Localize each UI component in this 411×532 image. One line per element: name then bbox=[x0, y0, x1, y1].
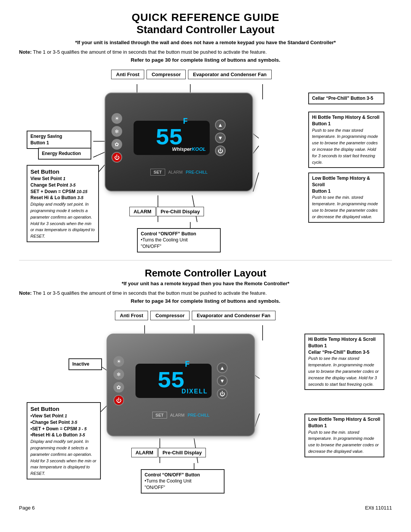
display-panel: 55 F WhisperKOOL bbox=[134, 121, 210, 155]
remote-set-down: •SET + Down = CPSM 3 - 5 bbox=[30, 426, 87, 431]
remote-set-button-desc: Display and modify set point. In program… bbox=[30, 439, 96, 476]
main-title: QUICK REFERENCE GUIDE Standard Controlle… bbox=[19, 11, 392, 36]
remote-power-icon: ⏻ bbox=[113, 395, 124, 406]
alarm-indicator: ALARM bbox=[168, 170, 183, 174]
lo-bottle-desc: Push to see the min. stored temperature.… bbox=[312, 195, 378, 219]
label-anti-frost: Anti Frost bbox=[111, 70, 144, 79]
svg-line-11 bbox=[253, 173, 259, 192]
page-wrapper: QUICK REFERENCE GUIDE Standard Controlle… bbox=[19, 11, 392, 511]
remote-temp-unit: F bbox=[185, 360, 190, 369]
remote-down-btn: ▼ bbox=[217, 375, 228, 386]
hi-bottle-callout: Hi Bottle Temp History & Scroll Button 1… bbox=[308, 112, 384, 168]
power-icon: ⏻ bbox=[112, 152, 122, 163]
up-btn: ▲ bbox=[215, 120, 226, 130]
down-btn: ▼ bbox=[215, 133, 226, 143]
cellar-pre-chill-callout: Cellar “Pre-Chill” Button 3-5 bbox=[308, 93, 384, 104]
remote-onoff-btn: ⏻ bbox=[217, 388, 228, 399]
remote-label-pre-chill: Pre-Chill Display bbox=[158, 448, 206, 457]
remote-bottom-labels: ALARM Pre-Chill Display bbox=[131, 448, 206, 457]
standard-top-labels: Anti Frost Compressor Evaporator and Con… bbox=[110, 70, 272, 79]
remote-star-icon: ✿ bbox=[113, 382, 124, 393]
svg-line-21 bbox=[254, 414, 260, 429]
remote-hi-bottle-desc: Push to see the max stored temperature. … bbox=[308, 356, 379, 386]
footer-right: EXti 110111 bbox=[365, 505, 392, 511]
remote-up-btn: ▲ bbox=[217, 363, 228, 373]
remote-lo-bottle-desc: Push to see the min. stored temperature.… bbox=[308, 430, 379, 454]
remote-alarm-label: ALARM bbox=[170, 413, 185, 417]
title-standard: Standard Controller Layout bbox=[19, 24, 392, 36]
remote-label-evap-fan: Evaporator and Condenser Fan bbox=[192, 311, 276, 320]
remote-brand-label: DIXELL bbox=[182, 388, 208, 395]
reset-hi-lo: Reset Hi & Lo Button 3-5 bbox=[30, 195, 83, 200]
note1: Note: The 1 or 3-5 qualifies the amount … bbox=[19, 49, 392, 55]
standard-controller: ☀ ❄ ✿ ⏻ 55 F WhisperKOOL bbox=[105, 93, 253, 192]
remote-top-labels: Anti Frost Compressor Evaporator and Con… bbox=[114, 311, 276, 320]
set-button-label: SET bbox=[150, 169, 165, 176]
svg-line-10 bbox=[253, 146, 259, 153]
energy-saving-callout: Energy Saving Button 1 bbox=[27, 131, 91, 149]
remote-label-anti-frost: Anti Frost bbox=[115, 311, 148, 320]
brand-label: WhisperKOOL bbox=[172, 146, 206, 152]
remote-label-alarm: ALARM bbox=[131, 448, 158, 457]
label-evap-fan: Evaporator and Condenser Fan bbox=[188, 70, 272, 79]
standard-bottom-labels: ALARM Pre-Chill Display bbox=[129, 207, 204, 216]
remote-lo-bottle-callout: Low Bottle Temp History & Scroll Button … bbox=[304, 414, 384, 457]
set-button-callout: Set Button View Set Point 1 Change Set P… bbox=[27, 165, 99, 242]
control-onoff-callout: Control “ON/OFF” Button •Turns the Cooli… bbox=[137, 228, 221, 252]
inactive-callout: Inactive bbox=[68, 358, 102, 370]
remote-set-button-title: Set Button bbox=[30, 406, 59, 412]
remote-temp-display: 55 bbox=[157, 367, 184, 395]
remote-reset-hi-lo: •Reset Hi & Lo Button 3-5 bbox=[30, 432, 85, 438]
note2: Note: The 1 or 3-5 qualifies the amount … bbox=[19, 290, 392, 296]
svg-line-20 bbox=[254, 375, 260, 379]
remote-change-set: •Change Set Point 3-5 bbox=[30, 420, 77, 425]
section-divider bbox=[19, 260, 392, 260]
hi-bottle-desc: Push to see the max stored temperature. … bbox=[312, 128, 378, 165]
remote-controller: ☀ ❄ ✿ ⏻ 55 F DIXELL ▲ bbox=[107, 334, 255, 436]
temp-unit: F bbox=[183, 117, 188, 126]
page-footer: Page 6 EXti 110111 bbox=[19, 505, 392, 511]
refer2: Refer to page 34 for complete listing of… bbox=[19, 298, 392, 304]
standard-diagram: Anti Frost Compressor Evaporator and Con… bbox=[19, 70, 392, 256]
lo-bottle-callout: Low Bottle Temp History & Scroll Button … bbox=[308, 173, 384, 223]
star-icon: ✿ bbox=[112, 139, 122, 150]
onoff-btn: ⏻ bbox=[215, 145, 226, 156]
set-button-title: Set Button bbox=[30, 168, 59, 175]
remote-snowflake-icon: ❄ bbox=[113, 369, 124, 380]
remote-label-compressor: Compressor bbox=[150, 311, 190, 320]
remote-subtitle: *If your unit has a remote keypad then y… bbox=[19, 281, 392, 286]
pre-chill-indicator: PRE-CHILL bbox=[186, 170, 207, 174]
change-set-point: Change Set Point 3-5 bbox=[30, 182, 76, 188]
view-set-point: View Set Point 1 bbox=[30, 176, 65, 181]
snowflake-icon: ❄ bbox=[112, 126, 122, 137]
set-button-desc: Display and modify set point. In program… bbox=[30, 202, 95, 238]
title-qrg: QUICK REFERENCE GUIDE bbox=[19, 11, 392, 24]
refer1: Refer to page 30 for complete listing of… bbox=[19, 57, 392, 63]
remote-sun-icon: ☀ bbox=[113, 356, 124, 367]
remote-set-label: SET bbox=[152, 412, 167, 419]
remote-title: Remote Controller Layout bbox=[19, 267, 392, 279]
label-pre-chill-display: Pre-Chill Display bbox=[156, 207, 204, 216]
remote-set-button-callout: Set Button •View Set Point 1 •Change Set… bbox=[27, 402, 101, 479]
label-compressor: Compressor bbox=[147, 70, 186, 79]
label-alarm: ALARM bbox=[129, 207, 156, 216]
remote-display-panel: 55 F DIXELL bbox=[135, 364, 212, 398]
footer-left: Page 6 bbox=[19, 505, 35, 511]
subtitle-standard: *If your unit is installed through the w… bbox=[19, 40, 392, 45]
remote-diagram: Anti Frost Compressor Evaporator and Con… bbox=[19, 311, 392, 497]
remote-control-onoff-callout: Control “ON/OFF” Button •Turns the Cooli… bbox=[141, 469, 225, 494]
svg-line-9 bbox=[253, 134, 259, 138]
sun-icon: ☀ bbox=[112, 113, 122, 124]
set-down: SET + Down = CPSM 10-15 bbox=[30, 189, 88, 194]
remote-hi-bottle-callout: Hi Bottle Temp History & Scroll Button 1… bbox=[304, 334, 384, 390]
remote-prechil-label: PRE-CHILL bbox=[188, 413, 209, 417]
energy-reduction-callout: Energy Reduction bbox=[38, 148, 91, 160]
remote-view-set: •View Set Point 1 bbox=[30, 413, 67, 419]
